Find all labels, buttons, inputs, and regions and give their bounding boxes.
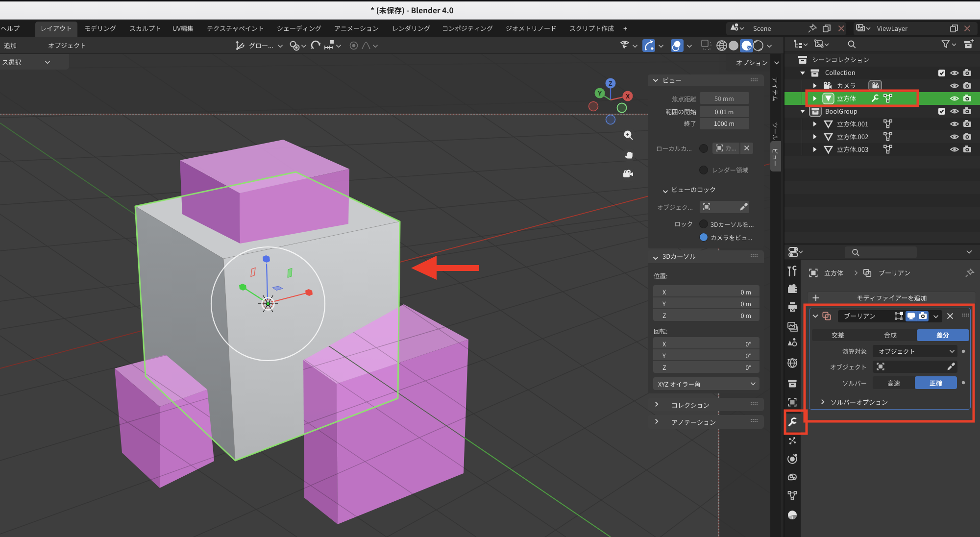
svg-text:X: X (626, 93, 630, 100)
svg-text:Y: Y (598, 90, 602, 97)
svg-text:Z: Z (609, 80, 612, 87)
